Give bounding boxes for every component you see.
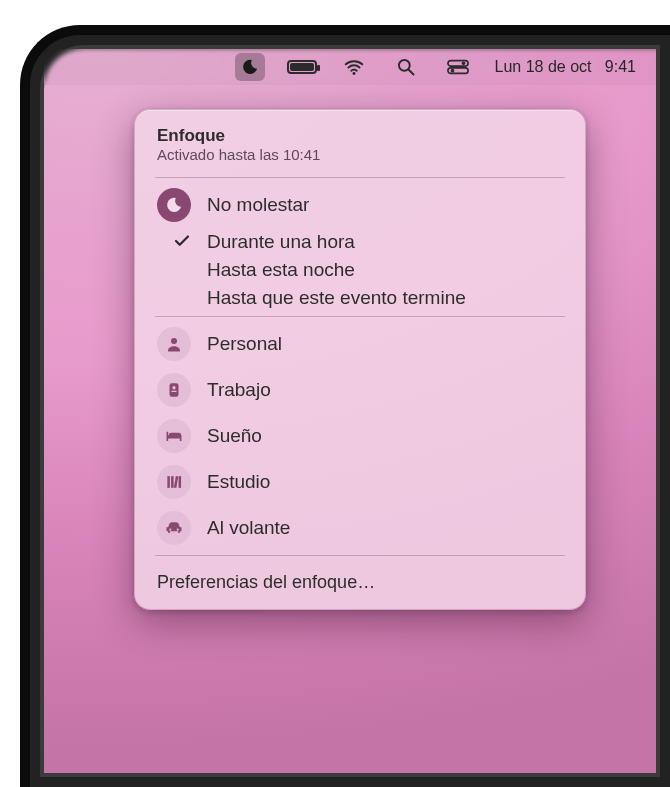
divider (155, 555, 565, 556)
focus-mode-label: Al volante (207, 517, 290, 539)
desktop: Lun 18 de oct 9:41 Enfoque Activado hast… (44, 49, 656, 773)
divider (155, 177, 565, 178)
svg-point-11 (169, 433, 172, 436)
focus-duration-option[interactable]: Durante una hora (135, 228, 585, 256)
svg-rect-8 (170, 383, 179, 397)
bed-icon (157, 419, 191, 453)
svg-point-16 (169, 529, 171, 531)
badge-icon (157, 373, 191, 407)
focus-mode-label: Estudio (207, 471, 270, 493)
wifi-icon[interactable] (339, 53, 369, 81)
car-icon (157, 511, 191, 545)
menubar-time: 9:41 (605, 58, 636, 75)
svg-rect-15 (179, 476, 182, 488)
svg-point-4 (461, 62, 465, 66)
svg-rect-12 (167, 476, 170, 488)
control-center-icon[interactable] (443, 53, 473, 81)
focus-duration-label: Hasta que este evento termine (207, 287, 466, 309)
focus-mode-driving[interactable]: Al volante (135, 505, 585, 551)
device-bezel-inner: Lun 18 de oct 9:41 Enfoque Activado hast… (40, 45, 660, 777)
focus-mode-do-not-disturb[interactable]: No molestar (135, 182, 585, 228)
svg-point-9 (172, 386, 175, 389)
svg-point-0 (352, 72, 355, 75)
battery-icon[interactable] (287, 53, 317, 81)
focus-mode-sleep[interactable]: Sueño (135, 413, 585, 459)
menubar-clock[interactable]: Lun 18 de oct 9:41 (495, 58, 636, 76)
focus-duration-label: Durante una hora (207, 231, 355, 253)
focus-mode-study[interactable]: Estudio (135, 459, 585, 505)
focus-duration-label: Hasta esta noche (207, 259, 355, 281)
svg-rect-13 (171, 476, 174, 488)
focus-preferences-link[interactable]: Preferencias del enfoque… (135, 560, 585, 603)
focus-mode-label: No molestar (207, 194, 309, 216)
focus-mode-label: Trabajo (207, 379, 271, 401)
svg-point-7 (171, 338, 177, 344)
focus-menubar-icon[interactable] (235, 53, 265, 81)
menu-bar: Lun 18 de oct 9:41 (44, 49, 656, 85)
focus-duration-option[interactable]: Hasta que este evento termine (135, 284, 585, 312)
focus-mode-label: Personal (207, 333, 282, 355)
device-bezel: Lun 18 de oct 9:41 Enfoque Activado hast… (20, 25, 670, 787)
focus-panel: Enfoque Activado hasta las 10:41 No mole… (134, 109, 586, 610)
svg-line-2 (408, 70, 413, 75)
focus-mode-work[interactable]: Trabajo (135, 367, 585, 413)
moon-icon (157, 188, 191, 222)
menubar-date: Lun 18 de oct (495, 58, 592, 75)
svg-rect-10 (171, 391, 176, 392)
focus-mode-personal[interactable]: Personal (135, 321, 585, 367)
svg-point-6 (450, 69, 454, 73)
panel-title: Enfoque (135, 120, 585, 146)
checkmark-icon (173, 232, 191, 250)
divider (155, 316, 565, 317)
books-icon (157, 465, 191, 499)
focus-preferences-label: Preferencias del enfoque… (157, 572, 375, 592)
focus-mode-label: Sueño (207, 425, 262, 447)
person-icon (157, 327, 191, 361)
panel-subtitle: Activado hasta las 10:41 (135, 146, 585, 173)
spotlight-icon[interactable] (391, 53, 421, 81)
focus-duration-option[interactable]: Hasta esta noche (135, 256, 585, 284)
svg-rect-14 (174, 476, 178, 488)
svg-point-17 (177, 529, 179, 531)
